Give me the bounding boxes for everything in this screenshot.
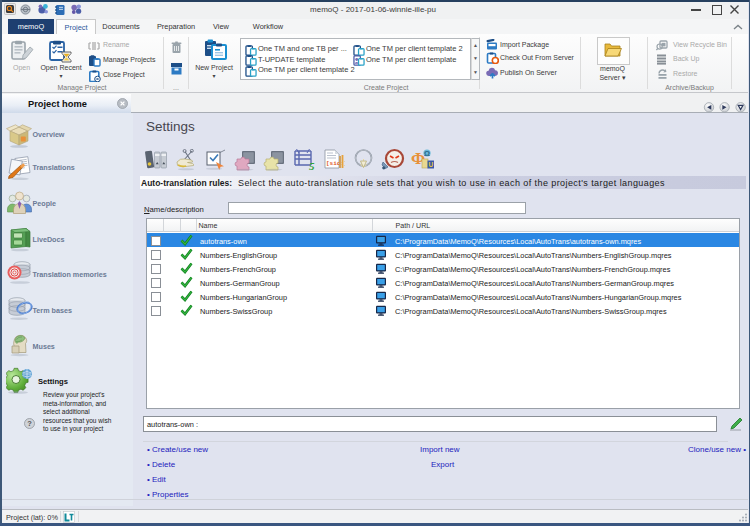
svg-text:Ω: Ω [424,149,430,158]
svg-text:?: ? [27,419,32,428]
svg-text:U: U [428,161,433,168]
svg-text:5: 5 [309,160,315,171]
